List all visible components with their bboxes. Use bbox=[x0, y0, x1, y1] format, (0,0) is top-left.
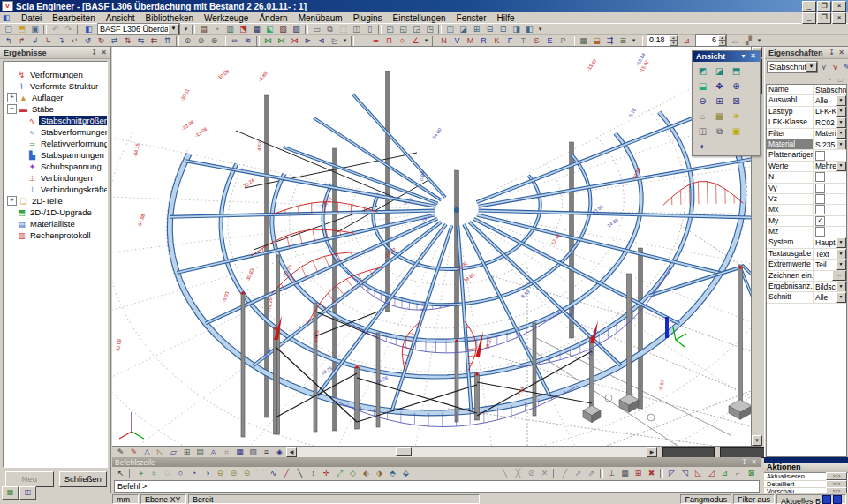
values-view-icon[interactable]: ≣ bbox=[617, 35, 630, 46]
surface-view-icon[interactable]: △ bbox=[140, 447, 154, 457]
perpendicular-icon[interactable]: ⟂ bbox=[605, 468, 618, 478]
property-row-system[interactable]: SystemHauptsyster▼ bbox=[767, 237, 846, 248]
dropdown-arrow-icon[interactable]: ▼ bbox=[836, 95, 846, 105]
shade-view-icon[interactable]: ▱ bbox=[167, 447, 180, 457]
scroll-down-icon[interactable]: ▼ bbox=[752, 435, 762, 446]
dropdown-arrow-icon[interactable]: ▼ bbox=[836, 237, 846, 247]
grid-plus-icon[interactable]: ⊞ bbox=[632, 468, 645, 478]
equal-result-icon[interactable]: ≖ bbox=[369, 35, 382, 46]
menu-bearbeiten[interactable]: Bearbeiten bbox=[47, 12, 100, 24]
arc-tool-icon[interactable]: ⌒ bbox=[254, 468, 267, 478]
close-icon[interactable]: ✕ bbox=[99, 49, 109, 57]
print-preview-icon[interactable]: ⧉ bbox=[323, 24, 337, 34]
result-p-icon[interactable]: P bbox=[556, 35, 570, 46]
property-row-name[interactable]: NameStabschnittkr... bbox=[767, 85, 846, 95]
view-back-icon[interactable]: ◪ bbox=[711, 64, 728, 79]
zoom-out-icon[interactable]: ⊖ bbox=[694, 94, 711, 109]
section-cut-icon[interactable]: ⌓ bbox=[729, 35, 742, 46]
point-snap-icon[interactable]: ⌖ bbox=[134, 468, 148, 478]
result-e-icon[interactable]: E bbox=[543, 35, 556, 46]
circle-result-icon[interactable]: ○ bbox=[396, 35, 409, 46]
table-icon[interactable]: ▦ bbox=[250, 24, 263, 34]
backslash-tool-icon[interactable]: ╲ bbox=[293, 468, 307, 478]
results-tab[interactable]: ▦ bbox=[2, 486, 19, 500]
tree-item-2d-1d-upgrade[interactable]: ⬒2D-/1D-Upgrade bbox=[4, 207, 107, 218]
dropdown-arrow-icon[interactable]: ▼ bbox=[836, 249, 846, 259]
snap-line-icon[interactable]: ╲ bbox=[498, 468, 511, 478]
light-toggle-icon[interactable]: ☀ bbox=[728, 109, 745, 124]
property-row-werte[interactable]: WerteMehrere Ko▼ bbox=[767, 162, 846, 172]
deform-view-icon[interactable]: ⬓ bbox=[590, 35, 603, 46]
view-params-icon[interactable]: ◫ bbox=[694, 124, 711, 139]
select-cursor-icon[interactable]: ↖ bbox=[114, 468, 127, 478]
solid-up-icon[interactable]: ⬘ bbox=[386, 468, 399, 478]
expand-icon[interactable]: + bbox=[7, 196, 17, 206]
gallery-print-icon[interactable]: ◫ bbox=[350, 24, 363, 34]
undo-icon[interactable]: ↶ bbox=[49, 24, 62, 34]
window-new-icon[interactable]: ⊡ bbox=[496, 24, 510, 34]
dropdown-arrow-icon[interactable]: ▼ bbox=[836, 282, 846, 291]
export-picture-icon[interactable]: ⬚ bbox=[337, 24, 350, 34]
tree-item-relativverformung[interactable]: ≃Relativverformung bbox=[4, 138, 107, 149]
view-copy-icon[interactable]: ⧉ bbox=[711, 124, 728, 139]
line-result-icon[interactable]: — bbox=[356, 35, 369, 46]
zoom-selection-icon[interactable]: ⌂ bbox=[694, 109, 711, 124]
dropdown-arrow-icon[interactable]: ▼ bbox=[836, 107, 846, 117]
window-cascade-icon[interactable]: ◪ bbox=[457, 24, 470, 34]
solver-icon[interactable]: ◳ bbox=[423, 24, 436, 34]
check-data-icon[interactable]: ◱ bbox=[397, 24, 410, 34]
menu-hilfe[interactable]: Hilfe bbox=[491, 12, 519, 24]
property-row-vz[interactable]: Vz bbox=[767, 194, 846, 205]
new-project-icon[interactable]: ▢ bbox=[2, 24, 15, 34]
labels-view-icon[interactable]: ▤ bbox=[193, 447, 207, 457]
dropdown-arrow-icon[interactable]: ▼ bbox=[836, 129, 846, 139]
property-checkbox[interactable]: ✓ bbox=[815, 216, 825, 226]
layer-swatch[interactable] bbox=[833, 495, 842, 504]
tree-item-stabspannungen[interactable]: ▙Stabspannungen bbox=[4, 149, 107, 161]
angle-snap-icon[interactable]: ⊿ bbox=[680, 35, 693, 46]
view-front-icon[interactable]: ◩ bbox=[694, 64, 711, 79]
delete-snap-icon[interactable]: ✖ bbox=[645, 468, 658, 478]
menu-bibliotheken[interactable]: Bibliotheken bbox=[140, 12, 199, 24]
property-row-mz[interactable]: Mz bbox=[767, 227, 846, 237]
disconnect-members-icon[interactable]: ⇆ bbox=[134, 35, 148, 46]
tree-item-stabschnittgroessen[interactable]: ∿Stabschnittgrößen bbox=[4, 115, 107, 126]
property-checkbox[interactable] bbox=[815, 194, 825, 204]
menu-datei[interactable]: Datei bbox=[16, 12, 47, 24]
box-snap-icon[interactable]: ⊠ bbox=[745, 468, 758, 478]
property-set-combobox[interactable]: Stabschnittgrö ▼ bbox=[767, 61, 818, 73]
project-combobox[interactable]: BASF L306 Überdach ▼ bbox=[97, 23, 180, 35]
close-icon[interactable]: ✕ bbox=[749, 458, 759, 467]
align-member-icon[interactable]: ↻ bbox=[95, 35, 108, 46]
mdi-minimize-button[interactable]: _ bbox=[802, 12, 816, 24]
filter-a-icon[interactable]: ⋎ bbox=[818, 62, 829, 72]
snap-diag-icon[interactable]: ╱ bbox=[558, 468, 572, 478]
snap-ne-icon[interactable]: ➚ bbox=[572, 468, 585, 478]
menu--ndern[interactable]: Ändern bbox=[254, 12, 292, 24]
result-n-icon[interactable]: N bbox=[437, 35, 450, 46]
force-tool-icon[interactable]: ⊲ bbox=[314, 35, 328, 46]
tree-item-stabverformungen[interactable]: ≈Stabverformungen bbox=[4, 126, 107, 138]
scroll-left-icon[interactable]: ◀ bbox=[286, 447, 297, 457]
window-right-icon[interactable]: ◧ bbox=[523, 24, 536, 34]
snap-x-icon[interactable]: ✕ bbox=[538, 468, 551, 478]
trim-icon[interactable]: ⊕ bbox=[181, 35, 194, 46]
window-split-icon[interactable]: ⊞ bbox=[470, 24, 483, 34]
toolbar-more-arrow[interactable]: ▾ bbox=[422, 37, 430, 44]
expand-icon[interactable]: + bbox=[7, 93, 17, 102]
redo-icon[interactable]: ↷ bbox=[62, 24, 75, 34]
ortho-mode-icon[interactable]: ⌐ bbox=[731, 468, 745, 478]
property-row-extremwerte[interactable]: ExtremwerteTeil▼ bbox=[767, 260, 846, 270]
save-project-icon[interactable]: ▣ bbox=[28, 24, 42, 34]
viewport-hscrollbar[interactable] bbox=[297, 447, 647, 457]
pin-icon[interactable]: ↧ bbox=[89, 49, 99, 57]
volume-view-icon[interactable]: ◬ bbox=[207, 447, 220, 457]
dropdown-arrow-icon[interactable]: ▼ bbox=[836, 139, 846, 149]
menu-men-baum[interactable]: Menübaum bbox=[293, 12, 348, 24]
pin-icon[interactable]: ↧ bbox=[739, 458, 749, 467]
menu-ansicht[interactable]: Ansicht bbox=[101, 12, 140, 24]
tree-item-verformte-struktur[interactable]: ⌇Verformte Struktur bbox=[4, 80, 107, 92]
join-member-icon[interactable]: ⇈ bbox=[161, 35, 174, 46]
menu-plugins[interactable]: Plugins bbox=[348, 12, 388, 24]
move-member-icon[interactable]: ↰ bbox=[2, 35, 15, 46]
